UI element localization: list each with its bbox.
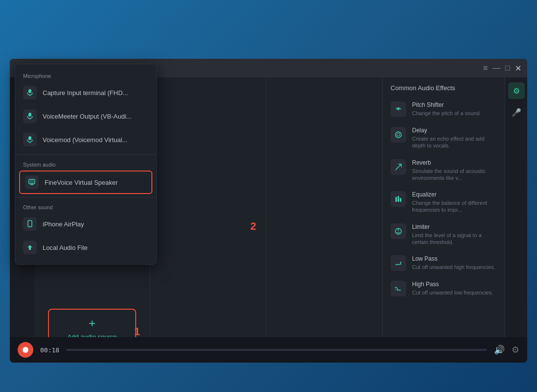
dropdown-item-icon-voicemeeter xyxy=(23,109,37,123)
svg-rect-9 xyxy=(28,89,31,93)
svg-point-0 xyxy=(397,108,399,110)
dropdown-item-voicemod[interactable]: Voicemod (Voicemod Virtual... xyxy=(15,128,156,151)
effect-name-high-pass: High Pass xyxy=(412,281,497,288)
mic-icon[interactable]: 🎤 xyxy=(508,104,525,121)
effect-desc-high-pass: Cut off unwanted low frequencies. xyxy=(412,289,497,296)
effect-item-equalizer[interactable]: EqualizerChange the balance of different… xyxy=(383,186,505,219)
dropdown-item-icon-local-audio xyxy=(23,241,37,254)
effect-desc-delay: Create an echo effect and add depth to v… xyxy=(412,135,497,149)
effect-icon-delay xyxy=(391,127,406,143)
volume-icon[interactable]: 🔊 xyxy=(494,344,505,355)
svg-rect-5 xyxy=(400,198,401,202)
effect-item-low-pass[interactable]: Low PassCut off unwanted high frequencie… xyxy=(383,250,505,276)
dropdown-item-local-audio[interactable]: Local Audio File xyxy=(15,236,156,259)
progress-bar[interactable] xyxy=(66,349,487,351)
time-display: 00:18 xyxy=(40,346,59,354)
effect-text-equalizer: EqualizerChange the balance of different… xyxy=(412,191,497,214)
dropdown-item-text-capture-input: Capture Input terminal (FHD... xyxy=(43,89,128,97)
step-label-2: 2 xyxy=(250,220,256,233)
dropdown-item-voicemeeter[interactable]: VoiceMeeter Output (VB-Audi... xyxy=(15,104,156,128)
effect-item-reverb[interactable]: ReverbSimulate the sound of acoustic env… xyxy=(383,154,505,187)
effect-item-delay[interactable]: DelayCreate an echo effect and add depth… xyxy=(383,122,505,154)
effect-name-limiter: Limiter xyxy=(412,223,497,230)
dropdown-menu: Microphone Capture Input terminal (FHD..… xyxy=(15,64,157,265)
filter-icon[interactable]: ⚙ xyxy=(508,82,525,99)
effects-panel: Common Audio Effects Pitch ShifterChange… xyxy=(382,77,505,363)
effect-icon-low-pass xyxy=(391,255,406,271)
effect-name-equalizer: Equalizer xyxy=(412,191,497,198)
effect-name-delay: Delay xyxy=(412,127,497,134)
effect-desc-limiter: Limit the level of a signal to a certain… xyxy=(412,232,497,246)
effect-text-delay: DelayCreate an echo effect and add depth… xyxy=(412,127,497,149)
record-dot xyxy=(23,347,28,353)
dropdown-item-capture-input[interactable]: Capture Input terminal (FHD... xyxy=(15,81,156,104)
svg-rect-4 xyxy=(398,196,399,202)
svg-rect-3 xyxy=(395,197,397,202)
effect-desc-equalizer: Change the balance of different frequenc… xyxy=(412,199,497,214)
menu-button[interactable]: ≡ xyxy=(483,64,488,73)
effect-desc-pitch-shifter: Change the pitch of a sound. xyxy=(412,110,497,117)
dropdown-item-text-local-audio: Local Audio File xyxy=(43,244,88,251)
dropdown-divider-1 xyxy=(15,197,156,197)
audio-panel-2: 2 xyxy=(150,77,267,363)
record-button[interactable] xyxy=(18,342,33,358)
dropdown-item-text-iphone-airplay: iPhone AirPlay xyxy=(43,220,84,228)
minimize-button[interactable]: — xyxy=(492,64,500,73)
settings-icon[interactable]: ⚙ xyxy=(512,344,519,355)
dropdown-section-label-1: System audio xyxy=(15,158,156,170)
effects-header: Common Audio Effects xyxy=(383,77,505,97)
dropdown-item-text-voicemeeter: VoiceMeeter Output (VB-Audi... xyxy=(43,113,131,120)
effect-icon-equalizer xyxy=(391,191,406,207)
dropdown-item-icon-finevoice xyxy=(25,175,39,189)
svg-rect-11 xyxy=(28,113,31,117)
svg-point-19 xyxy=(29,225,30,226)
bottom-right-controls: 🔊 ⚙ xyxy=(494,344,519,355)
effect-icon-high-pass xyxy=(391,281,406,296)
effect-icon-reverb xyxy=(391,159,406,175)
svg-rect-16 xyxy=(30,180,34,183)
effect-desc-reverb: Simulate the sound of acoustic environme… xyxy=(412,168,497,182)
dropdown-item-icon-iphone-airplay xyxy=(23,217,37,231)
right-icon-bar: ⚙ 🎤 xyxy=(505,77,527,363)
svg-rect-13 xyxy=(28,136,31,140)
dropdown-section-label-0: Microphone xyxy=(15,69,156,81)
bottom-bar: 00:18 🔊 ⚙ xyxy=(10,337,527,363)
effect-item-pitch-shifter[interactable]: Pitch ShifterChange the pitch of a sound… xyxy=(383,97,505,122)
effect-desc-low-pass: Cut off unwanted high frequencies. xyxy=(412,264,497,270)
dropdown-item-text-finevoice: FineVoice Virtual Speaker xyxy=(45,179,118,186)
dropdown-section-label-2: Other sound xyxy=(15,200,156,212)
plus-icon: + xyxy=(89,317,96,330)
effect-text-pitch-shifter: Pitch ShifterChange the pitch of a sound… xyxy=(412,101,497,117)
dropdown-item-finevoice[interactable]: FineVoice Virtual Speaker xyxy=(19,171,152,194)
close-button[interactable]: ✕ xyxy=(515,64,521,73)
effect-text-high-pass: High PassCut off unwanted low frequencie… xyxy=(412,281,497,296)
effect-name-reverb: Reverb xyxy=(412,159,497,166)
dropdown-item-text-voicemod: Voicemod (Voicemod Virtual... xyxy=(43,136,127,144)
effect-name-pitch-shifter: Pitch Shifter xyxy=(412,101,497,108)
dropdown-item-icon-capture-input xyxy=(23,86,37,99)
effect-icon-pitch-shifter xyxy=(391,101,406,117)
svg-point-2 xyxy=(397,133,400,136)
effect-item-high-pass[interactable]: High PassCut off unwanted low frequencie… xyxy=(383,276,505,301)
audio-panel-3 xyxy=(267,77,382,363)
effect-name-low-pass: Low Pass xyxy=(412,255,497,262)
maximize-button[interactable]: □ xyxy=(505,64,510,73)
effect-text-low-pass: Low PassCut off unwanted high frequencie… xyxy=(412,255,497,270)
effects-list: Pitch ShifterChange the pitch of a sound… xyxy=(383,97,505,301)
effect-item-limiter[interactable]: LimiterLimit the level of a signal to a … xyxy=(383,219,505,251)
window-controls: ≡ — □ ✕ xyxy=(483,64,521,73)
step-label-1: 1 xyxy=(134,325,140,338)
dropdown-divider-0 xyxy=(15,154,156,155)
effect-text-limiter: LimiterLimit the level of a signal to a … xyxy=(412,223,497,246)
effect-text-reverb: ReverbSimulate the sound of acoustic env… xyxy=(412,159,497,182)
dropdown-item-iphone-airplay[interactable]: iPhone AirPlay xyxy=(15,212,156,236)
svg-point-1 xyxy=(395,132,401,138)
effect-icon-limiter xyxy=(391,223,406,239)
dropdown-item-icon-voicemod xyxy=(23,133,37,147)
